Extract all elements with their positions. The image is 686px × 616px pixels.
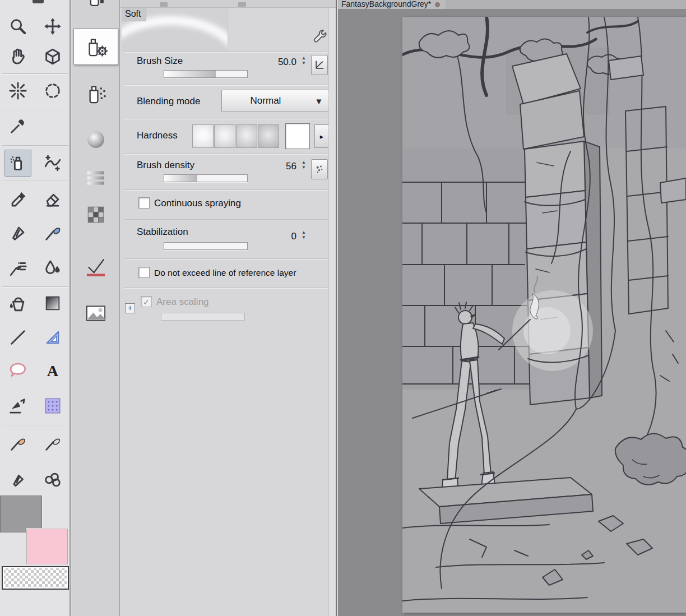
spinner-up-icon[interactable]: ▲	[300, 55, 308, 61]
property-divider	[124, 258, 329, 260]
main-toolbar: A	[0, 0, 71, 616]
spinner-down-icon[interactable]: ▼	[300, 61, 308, 66]
tool-auto-select[interactable]	[4, 77, 31, 104]
main-color-swatch[interactable]	[0, 495, 42, 532]
tool-marker[interactable]	[4, 184, 31, 211]
brush-density-value[interactable]: 56	[263, 161, 296, 172]
brush-density-slider-fill	[164, 175, 197, 182]
subtool-image-material[interactable]	[72, 295, 120, 332]
tool-decoration-plain[interactable]	[39, 430, 66, 457]
spinner-up-icon[interactable]: ▲	[300, 230, 308, 235]
tool-pen[interactable]	[4, 220, 31, 247]
canvas-modified-dot-icon	[435, 2, 440, 7]
tool-pattern[interactable]	[39, 392, 66, 419]
tool-move[interactable]	[39, 13, 66, 40]
transparent-color-swatch[interactable]	[2, 566, 69, 590]
canvas-tab-bar: FantasyBackgroundGrey*	[338, 0, 686, 9]
tool-figure[interactable]	[39, 150, 66, 177]
hardness-swatch-5-selected[interactable]	[285, 123, 310, 149]
canvas-tab[interactable]: FantasyBackgroundGrey*	[338, 0, 446, 9]
toolbar-divider	[2, 73, 68, 75]
tool-hand[interactable]	[4, 43, 31, 70]
area-scaling-checkbox[interactable]: ✓	[141, 296, 152, 307]
brush-size-dynamics-button[interactable]	[311, 55, 328, 75]
stabilization-slider[interactable]	[164, 242, 248, 250]
area-scaling-slider[interactable]	[161, 313, 245, 321]
canvas-tab-title: FantasyBackgroundGrey*	[341, 0, 431, 8]
brush-size-spinner[interactable]: ▲ ▼	[300, 55, 308, 70]
brush-density-label: Brush density	[137, 160, 194, 171]
subtool-airbrush-pattern[interactable]	[72, 196, 120, 233]
brush-size-slider-fill	[164, 71, 216, 77]
blending-mode-dropdown[interactable]: Normal ▼	[221, 90, 329, 112]
blending-mode-value: Normal	[222, 95, 309, 106]
tool-ruler[interactable]	[39, 324, 66, 351]
clipped-tool-icon	[33, 0, 44, 3]
clipped-header-icon	[160, 2, 168, 7]
continuous-spraying-checkbox[interactable]	[138, 197, 150, 209]
hardness-swatch-4[interactable]	[258, 124, 279, 148]
clipped-header-icon	[238, 2, 246, 7]
tool-operate-object[interactable]	[39, 43, 66, 70]
spinner-down-icon[interactable]: ▼	[300, 165, 308, 170]
property-divider	[124, 189, 329, 191]
subtool-airbrush-soft[interactable]	[73, 28, 118, 65]
toolbar-divider	[2, 425, 68, 426]
subtool-airbrush-spray[interactable]	[72, 75, 120, 112]
blending-mode-label: Blending mode	[137, 96, 200, 107]
brush-density-slider[interactable]	[164, 174, 248, 182]
tool-balloon[interactable]	[4, 357, 31, 384]
property-divider	[124, 85, 329, 86]
canvas-document[interactable]	[402, 17, 686, 613]
subtool-panel	[72, 0, 120, 616]
canvas-workspace: FantasyBackgroundGrey*	[338, 0, 686, 616]
dropdown-arrow-icon: ▼	[309, 96, 328, 106]
hardness-swatch-3[interactable]	[236, 124, 257, 148]
property-divider	[124, 219, 329, 220]
subtool-clipped-top[interactable]	[72, 0, 120, 16]
subtool-stamp-check[interactable]	[72, 249, 120, 286]
subtool-name-tab[interactable]: Soft	[122, 8, 146, 21]
stabilization-value[interactable]: 0	[263, 231, 296, 242]
reference-limit-checkbox[interactable]	[138, 267, 150, 278]
stabilization-spinner[interactable]: ▲ ▼	[300, 230, 308, 244]
property-scrollbar[interactable]	[328, 8, 336, 616]
spinner-down-icon[interactable]: ▼	[300, 235, 308, 240]
stabilization-label: Stabilization	[137, 226, 188, 238]
tool-rings[interactable]	[39, 466, 66, 493]
toolbar-divider	[2, 180, 68, 181]
toolbar-divider	[2, 110, 68, 111]
tool-lasso[interactable]	[39, 77, 66, 104]
hardness-swatch-2[interactable]	[214, 124, 235, 148]
tool-decoration-soft[interactable]	[4, 430, 31, 457]
brush-size-slider[interactable]	[164, 70, 248, 78]
brush-size-value[interactable]: 50.0	[263, 57, 296, 68]
tool-blend[interactable]	[39, 254, 66, 281]
text-tool-glyph: A	[47, 362, 59, 379]
tool-text[interactable]: A	[39, 357, 66, 384]
hardness-more-button[interactable]: ▸	[314, 124, 329, 148]
tool-zoom[interactable]	[4, 13, 31, 40]
tool-eraser[interactable]	[39, 184, 66, 211]
subtool-airbrush-lines[interactable]	[72, 161, 120, 194]
sub-color-swatch[interactable]	[26, 529, 68, 564]
tool-airbrush[interactable]	[4, 150, 31, 177]
brush-density-spinner[interactable]: ▲ ▼	[300, 160, 308, 174]
area-scaling-expand-button[interactable]: +	[125, 303, 135, 313]
spinner-up-icon[interactable]: ▲	[300, 160, 308, 165]
tool-fill-bucket[interactable]	[4, 290, 31, 317]
property-divider	[124, 52, 329, 53]
tool-eyedropper[interactable]	[4, 113, 31, 140]
property-divider	[124, 154, 329, 155]
hardness-swatch-1[interactable]	[192, 124, 214, 148]
tool-property-panel: Soft Brush Size 50.0 ▲ ▼ Blending mode N…	[120, 0, 337, 616]
tool-line[interactable]	[4, 324, 31, 351]
tool-gradient[interactable]	[39, 290, 66, 317]
tool-pen-small[interactable]	[4, 466, 31, 493]
tool-decoration-hatch[interactable]	[4, 254, 31, 281]
brush-density-dynamics-button[interactable]	[311, 159, 328, 179]
tool-liquify[interactable]	[4, 392, 31, 419]
subtool-airbrush-tone-ball[interactable]	[72, 121, 120, 158]
tool-watercolor-brush[interactable]	[39, 220, 66, 247]
wrench-settings-icon[interactable]	[310, 27, 330, 47]
